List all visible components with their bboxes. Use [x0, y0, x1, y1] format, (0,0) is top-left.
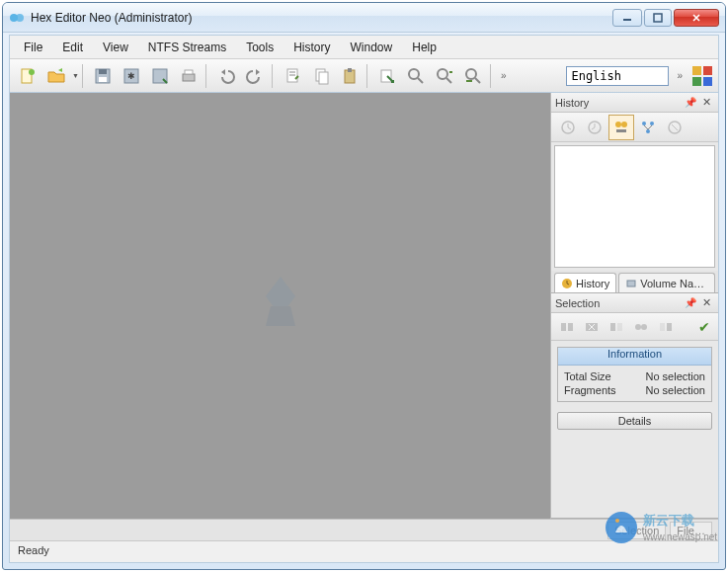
- redo-button[interactable]: [241, 62, 269, 90]
- tab-history-label: History: [576, 278, 609, 289]
- menu-view[interactable]: View: [93, 38, 138, 57]
- selection-tool-4[interactable]: [629, 315, 653, 339]
- information-body: Total Size No selection Fragments No sel…: [558, 366, 711, 401]
- main-area: History 📌 ✕ H: [10, 93, 718, 519]
- selection-tool-3[interactable]: [605, 315, 628, 339]
- menu-help[interactable]: Help: [402, 38, 446, 57]
- copy-button[interactable]: [307, 62, 335, 90]
- total-size-value: No selection: [645, 370, 705, 382]
- application-window: Hex Editor Neo (Administrator) File Edit…: [2, 2, 726, 570]
- svg-point-34: [646, 129, 650, 133]
- panel-close-icon[interactable]: ✕: [699, 296, 714, 309]
- menu-history[interactable]: History: [283, 38, 340, 57]
- history-toolbar: [551, 113, 718, 142]
- details-button[interactable]: Details: [557, 412, 712, 430]
- bottom-tab-selection[interactable]: Selection: [607, 522, 666, 539]
- volume-icon: [625, 278, 637, 289]
- language-overflow-icon[interactable]: »: [673, 70, 687, 81]
- separator: [272, 64, 276, 88]
- history-branch-button[interactable]: [635, 115, 661, 140]
- paste-button[interactable]: [336, 62, 364, 90]
- language-input[interactable]: [566, 66, 669, 86]
- tab-volume[interactable]: Volume Na…: [618, 273, 715, 292]
- svg-rect-39: [568, 323, 573, 331]
- history-clear-button[interactable]: [662, 115, 688, 140]
- svg-point-44: [641, 324, 647, 330]
- find-next-button[interactable]: [431, 62, 458, 90]
- toolbar-overflow-icon[interactable]: »: [497, 70, 511, 81]
- svg-rect-7: [99, 77, 107, 82]
- pin-icon[interactable]: 📌: [682, 97, 699, 108]
- pin-icon[interactable]: 📌: [682, 297, 699, 308]
- separator: [82, 64, 86, 88]
- client-area: File Edit View NTFS Streams Tools Histor…: [9, 35, 719, 563]
- svg-rect-42: [617, 323, 622, 331]
- svg-rect-19: [381, 70, 391, 82]
- save-as-button[interactable]: [146, 62, 174, 90]
- svg-point-22: [466, 69, 476, 79]
- svg-rect-3: [654, 14, 662, 22]
- svg-rect-18: [348, 68, 352, 72]
- color-palette-icon[interactable]: [690, 64, 714, 88]
- svg-rect-16: [319, 72, 328, 84]
- svg-rect-41: [610, 323, 615, 331]
- check-icon[interactable]: ✔: [694, 319, 714, 335]
- selection-panel: Selection 📌 ✕ ✔ Information: [551, 293, 718, 519]
- save-all-button[interactable]: ✱: [118, 62, 145, 90]
- history-panel-title: History: [555, 97, 682, 109]
- new-file-button[interactable]: [14, 62, 41, 90]
- side-panels: History 📌 ✕ H: [550, 93, 718, 519]
- menu-ntfs-streams[interactable]: NTFS Streams: [138, 38, 236, 57]
- svg-point-30: [621, 122, 627, 127]
- tab-history[interactable]: History: [554, 273, 616, 292]
- history-list[interactable]: [554, 145, 715, 268]
- menu-edit[interactable]: Edit: [52, 38, 93, 57]
- selection-tool-2[interactable]: [580, 315, 604, 339]
- replace-button[interactable]: [459, 62, 487, 90]
- bottom-tab-strip: Selection File…: [10, 519, 718, 540]
- svg-rect-8: [99, 69, 107, 74]
- selection-toolbar: ✔: [551, 313, 718, 341]
- svg-rect-45: [660, 323, 665, 331]
- svg-point-32: [642, 122, 646, 125]
- separator: [366, 64, 370, 88]
- svg-rect-25: [692, 77, 701, 86]
- maximize-button[interactable]: [644, 9, 672, 27]
- save-button[interactable]: [89, 62, 117, 90]
- svg-point-5: [29, 69, 35, 75]
- titlebar[interactable]: Hex Editor Neo (Administrator): [3, 3, 725, 33]
- goto-button[interactable]: [373, 62, 401, 90]
- open-dropdown-icon[interactable]: ▼: [72, 72, 79, 79]
- editor-pane[interactable]: [10, 93, 550, 519]
- info-row-fragments: Fragments No selection: [564, 383, 705, 397]
- app-icon: [9, 10, 25, 26]
- cut-button[interactable]: [279, 62, 306, 90]
- menu-file[interactable]: File: [14, 38, 52, 57]
- tab-volume-label: Volume Na…: [640, 278, 704, 289]
- selection-panel-header[interactable]: Selection 📌 ✕: [551, 293, 718, 313]
- panel-close-icon[interactable]: ✕: [699, 96, 714, 109]
- selection-tool-1[interactable]: [555, 315, 579, 339]
- selection-tool-5[interactable]: [654, 315, 678, 339]
- undo-button[interactable]: [212, 62, 240, 90]
- svg-point-29: [615, 122, 621, 127]
- open-file-button[interactable]: [42, 62, 70, 90]
- print-button[interactable]: [175, 62, 202, 90]
- history-tree-button[interactable]: [608, 115, 634, 140]
- history-forward-button[interactable]: [582, 115, 607, 140]
- history-panel-tabs: History Volume Na…: [551, 271, 718, 292]
- minimize-button[interactable]: [612, 9, 642, 27]
- find-button[interactable]: [402, 62, 430, 90]
- bottom-tab-file[interactable]: File…: [670, 522, 712, 539]
- info-row-total-size: Total Size No selection: [564, 369, 705, 383]
- svg-point-33: [650, 122, 654, 125]
- svg-rect-31: [616, 129, 626, 132]
- close-button[interactable]: [674, 9, 719, 27]
- menu-window[interactable]: Window: [341, 38, 403, 57]
- menu-tools[interactable]: Tools: [236, 38, 283, 57]
- history-back-button[interactable]: [555, 115, 581, 140]
- svg-rect-37: [627, 281, 635, 286]
- separator: [490, 64, 494, 88]
- history-panel-header[interactable]: History 📌 ✕: [551, 93, 718, 113]
- svg-rect-46: [667, 323, 672, 331]
